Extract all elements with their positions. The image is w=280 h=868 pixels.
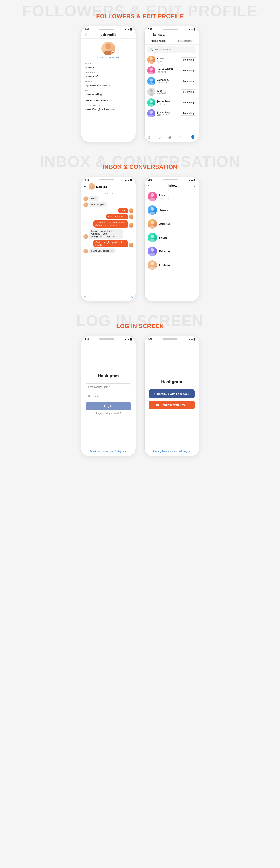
check-icon[interactable]: ✓: [129, 33, 132, 37]
msg-0: Hello: [83, 196, 99, 201]
tab-followers[interactable]: FOLLOWERS: [145, 38, 172, 44]
inbox-item-5[interactable]: Loshams: [145, 258, 199, 272]
inbox-item-2[interactable]: Jannifer: [145, 217, 199, 231]
add-icon[interactable]: ⊕: [168, 135, 171, 140]
search-nav-icon[interactable]: ⌕: [158, 135, 161, 140]
username-input[interactable]: [85, 75, 132, 79]
wifi-icon-inbox: ▲: [191, 179, 193, 181]
wifi-icon-conv: ▲: [128, 179, 130, 181]
signal-icon-inbox: ▲: [188, 179, 190, 181]
inbox-back-icon[interactable]: ←: [148, 184, 151, 188]
forgot-link[interactable]: Forgot you login details?: [95, 412, 121, 414]
wifi-icon-fw: ▲: [191, 28, 193, 30]
heart-icon[interactable]: ♡: [179, 135, 183, 140]
bio-input[interactable]: [85, 93, 132, 97]
section3-title: LOG IN SCREEN: [0, 316, 280, 332]
inbox-item-1[interactable]: James: [145, 203, 199, 217]
phones-row-3: 9:41 ▲ ▲ ▊ Hashgram Log In Forgot you lo…: [0, 334, 280, 465]
email-login-button[interactable]: ✉ Continue with Email: [149, 401, 195, 409]
edit-profile-title: Edit Profile: [100, 33, 116, 36]
battery-icon-inbox: ▊: [194, 179, 195, 181]
status-bar-login: 9:41 ▲ ▲ ▊: [81, 336, 136, 341]
battery-icon-conv: ▊: [130, 179, 132, 181]
conversation-content: ← Iamsarah Jul-16-2019 Hello how are you…: [81, 182, 136, 301]
svg-point-9: [150, 89, 153, 92]
close-icon[interactable]: ✕: [85, 33, 87, 37]
section2-header: INBOX & CONVERSATION INBOX & CONVERSATIO…: [0, 151, 280, 175]
email-input[interactable]: [85, 108, 132, 112]
username-label: Username: [85, 71, 132, 74]
conv-back-icon[interactable]: ←: [84, 185, 87, 188]
status-icons-conv: ▲ ▲ ▊: [125, 179, 132, 181]
section2-title: INBOX & CONVERSATION: [0, 157, 280, 173]
battery-icon: ▊: [130, 28, 132, 30]
msg-bubble-0: Hello: [89, 196, 99, 201]
msg-avatar-5: [83, 234, 88, 239]
svg-point-20: [149, 225, 156, 228]
svg-point-24: [149, 253, 156, 256]
inbox-search-icon[interactable]: ⌕: [194, 184, 196, 188]
password-input[interactable]: [86, 393, 131, 400]
svg-point-21: [151, 235, 154, 238]
status-bar-conv: 9:41 ▲ ▲ ▊: [81, 177, 136, 182]
status-bar-social: 9:41 ▲ ▲ ▊: [145, 336, 199, 341]
tab-following[interactable]: FOLLOWING: [172, 38, 199, 44]
follow-btn-4[interactable]: Following: [180, 100, 196, 105]
name-input[interactable]: [85, 66, 132, 70]
follow-btn-5[interactable]: Following: [180, 111, 196, 116]
website-field: Website: [81, 79, 136, 88]
follow-btn-1[interactable]: Following: [180, 68, 196, 73]
profile-avatar[interactable]: [102, 42, 115, 55]
inbox-user-info-3: Kevin: [159, 236, 167, 239]
battery-icon-fw: ▊: [194, 28, 195, 30]
follower-avatar-4: [147, 98, 156, 107]
follower-item-1: Jennifer9000 usame9000 Following: [145, 65, 199, 76]
facebook-login-button[interactable]: f Continue with Facebook: [149, 390, 195, 398]
status-icons-social: ▲ ▲ ▊: [188, 338, 196, 340]
avatar-area: Change Profile Photo: [81, 39, 136, 61]
inbox-user-name-0: Lissa: [159, 193, 170, 197]
follow-btn-0[interactable]: Following: [180, 57, 196, 62]
email-username-input[interactable]: [86, 383, 131, 391]
website-input[interactable]: [85, 84, 132, 88]
signup-link[interactable]: Sign up.: [117, 450, 127, 453]
fb-btn-label: Continue with Facebook: [157, 392, 189, 396]
msg-bubble-4: I heard you travelled. where did you go …: [93, 220, 128, 228]
login-form-content: Hashgram Log In Forgot you login details…: [81, 341, 136, 456]
follower-item-2: James123 James123 Following: [145, 76, 199, 87]
time-conv: 9:41: [85, 179, 89, 181]
follower-avatar-1: [147, 66, 156, 74]
edit-profile-content: ✕ Edit Profile ✓ Change Profile: [81, 31, 136, 142]
followers-search-input[interactable]: [155, 48, 194, 51]
followers-header-name: Iamsarah: [153, 33, 166, 36]
conv-message-input[interactable]: [88, 294, 129, 300]
follow-btn-2[interactable]: Following: [180, 79, 196, 84]
svg-point-10: [148, 93, 153, 96]
svg-point-15: [151, 193, 154, 197]
inbox-item-0[interactable]: Lissa send a gift: [145, 189, 199, 203]
follow-btn-3[interactable]: Following: [180, 90, 196, 94]
login-button[interactable]: Log In: [86, 402, 131, 410]
follower-sub-1: usame9000: [157, 71, 179, 73]
inbox-user-name-5: Loshams: [159, 264, 171, 267]
wifi-icon-login: ▲: [128, 338, 130, 340]
inbox-item-3[interactable]: Kevin: [145, 231, 199, 244]
login-link[interactable]: Log in.: [183, 450, 191, 453]
send-icon[interactable]: ➤: [131, 295, 134, 299]
follower-sub-3: Alex0008: [157, 92, 179, 95]
section1-title: FOLLOWERS & EDIT PROFILE: [0, 6, 280, 22]
profile-icon[interactable]: 👤: [190, 135, 195, 140]
msg-bubble-6: Cool. I am glad you like the place.: [93, 240, 128, 247]
emoji-icon: ☺: [83, 295, 87, 299]
inbox-item-4[interactable]: Fabeion: [145, 244, 199, 258]
home-icon[interactable]: ⌂: [148, 135, 151, 140]
follower-info-2: James123 James123: [157, 79, 179, 84]
follower-sub-0: Kevin: [157, 60, 179, 62]
login-social-content: Hashgram f Continue with Facebook ✉ Cont…: [145, 341, 199, 456]
name-field: Name: [81, 61, 136, 70]
change-photo-label[interactable]: Change Profile Photo: [97, 56, 120, 59]
msg-3: what about you?: [106, 214, 134, 219]
conv-header: ← Iamsarah: [81, 182, 136, 191]
status-bar-ep: 9:41 ▲ ▲ ▊: [81, 26, 136, 31]
back-icon[interactable]: ←: [148, 33, 151, 36]
